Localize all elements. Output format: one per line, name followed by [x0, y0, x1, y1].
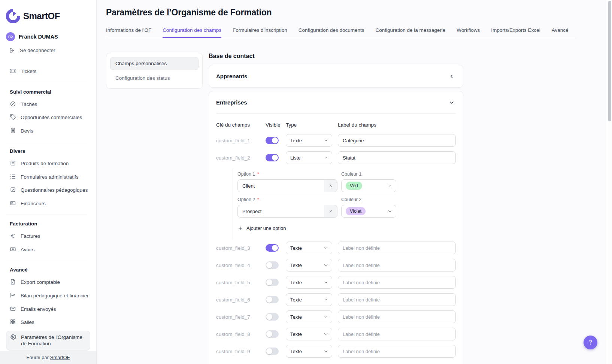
tab-avance[interactable]: Avancé	[552, 27, 569, 38]
label-input[interactable]	[338, 310, 456, 323]
label-input[interactable]	[338, 242, 456, 254]
clear-option-button[interactable]	[324, 179, 337, 192]
visibility-toggle[interactable]	[266, 348, 279, 355]
custom-fields-list: custom_field_1Textecustom_field_2ListeOp…	[216, 134, 456, 358]
sidebar-item-label: Formulaires administratifs	[21, 174, 79, 181]
tab-configuration-des-documents[interactable]: Configuration des documents	[299, 27, 364, 38]
sidebar-item-bilan-pedagogique-et-financier[interactable]: Bilan pédagogique et financier	[0, 289, 96, 303]
accordion-apprenants-header[interactable]: Apprenants	[209, 65, 463, 87]
label-input[interactable]	[338, 134, 456, 147]
type-select[interactable]: Texte	[286, 134, 332, 147]
brand-logo[interactable]: SmartOF	[0, 0, 96, 23]
field-key: custom_field_7	[216, 314, 266, 320]
subnav-item-configuration-des-status[interactable]: Configuration des status	[110, 72, 199, 85]
tab-configuration-de-la-messagerie[interactable]: Configuration de la messagerie	[375, 27, 445, 38]
sidebar-item-factures[interactable]: Factures	[0, 230, 96, 243]
sidebar-item-financeurs[interactable]: Financeurs	[0, 197, 96, 210]
sidebar-item-label: Devis	[21, 128, 33, 134]
tab-formulaires-d-inscription[interactable]: Formulaires d'inscription	[233, 27, 287, 38]
visibility-toggle[interactable]	[266, 296, 279, 303]
label-input[interactable]	[338, 259, 456, 272]
visibility-toggle[interactable]	[266, 330, 279, 338]
label-input[interactable]	[338, 328, 456, 340]
sidebar-item-produits-de-formation[interactable]: Produits de formation	[0, 157, 96, 170]
color-select[interactable]: Vert	[341, 179, 396, 192]
visibility-toggle[interactable]	[266, 313, 279, 321]
help-button[interactable]: ?	[584, 336, 597, 349]
type-select[interactable]: Texte	[286, 293, 332, 306]
accordion-entreprises-header[interactable]: Entreprises	[209, 91, 463, 113]
chevron-down-icon	[323, 263, 328, 268]
user-name: Franck DUMAS	[19, 34, 58, 40]
logout-label: Se déconnecter	[20, 48, 55, 53]
sidebar-item-formulaires-administratifs[interactable]: Formulaires administratifs	[0, 170, 96, 184]
logout-button[interactable]: Se déconnecter	[0, 47, 96, 54]
label-input[interactable]	[338, 276, 456, 289]
tab-configuration-des-champs[interactable]: Configuration des champs	[163, 27, 221, 38]
scrollbar-thumb[interactable]	[608, 1, 611, 121]
option-label: Option 1 *	[237, 172, 337, 177]
sidebar-item-label: Salles	[21, 319, 34, 326]
sidebar-item-label: Export comptable	[21, 279, 60, 286]
sidebar-item-opportunites-commerciales[interactable]: Opportunités commerciales	[0, 111, 96, 124]
sidebar-item-export-comptable[interactable]: Export comptable	[0, 276, 96, 289]
divider	[6, 215, 87, 215]
required-asterisk: *	[256, 172, 259, 177]
sidebar-item-label: Financeurs	[21, 200, 46, 207]
checkbox-icon	[10, 186, 16, 193]
scrollbar[interactable]	[607, 0, 612, 364]
color-select[interactable]: Violet	[341, 205, 396, 218]
plus-icon	[237, 225, 243, 231]
chart-line-icon	[10, 292, 16, 298]
chevron-down-icon	[323, 297, 328, 302]
col-header-label: Label du champs	[338, 122, 456, 128]
tab-workflows[interactable]: Workflows	[457, 27, 480, 38]
type-select[interactable]: Texte	[286, 345, 332, 358]
brand-name: SmartOF	[23, 11, 60, 21]
visibility-toggle[interactable]	[266, 154, 279, 161]
type-select[interactable]: Texte	[286, 276, 332, 289]
label-input[interactable]	[338, 151, 456, 164]
sidebar-item-salles[interactable]: Salles	[0, 316, 96, 329]
visibility-toggle[interactable]	[266, 137, 279, 144]
label-input[interactable]	[338, 345, 456, 358]
sidebar-item-devis[interactable]: Devis	[0, 124, 96, 138]
type-select[interactable]: Liste	[286, 151, 332, 164]
type-select[interactable]: Texte	[286, 310, 332, 323]
footer-brand-link[interactable]: SmartOF	[50, 355, 70, 360]
sidebar-nav: TicketsSuivi commercialTâchesOpportunité…	[0, 65, 96, 351]
type-select[interactable]: Texte	[286, 242, 332, 254]
option-value-input[interactable]	[237, 205, 324, 218]
document-lines-icon	[10, 127, 16, 134]
custom-field-row: custom_field_6Texte	[216, 293, 456, 306]
chevron-down-icon	[387, 183, 393, 188]
sidebar-item-avoirs[interactable]: Avoirs	[0, 243, 96, 257]
type-select[interactable]: Texte	[286, 328, 332, 340]
custom-field-row: custom_field_7Texte	[216, 310, 456, 323]
label-input[interactable]	[338, 293, 456, 306]
sidebar-item-parametres-de-l-organisme-de-formation[interactable]: Paramètres de l'Organisme de Formation	[6, 331, 90, 351]
sidebar-item-questionnaires-pedagogiques[interactable]: Questionnaires pédagogiques	[0, 183, 96, 197]
visibility-toggle[interactable]	[266, 261, 279, 269]
gear-icon	[10, 334, 16, 340]
tab-informations-de-l-of[interactable]: Informations de l'OF	[106, 27, 151, 38]
custom-field-row: custom_field_9Texte	[216, 345, 456, 358]
tab-imports-exports-excel[interactable]: Imports/Exports Excel	[491, 27, 540, 38]
select-value: Texte	[290, 297, 302, 303]
custom-field-row: custom_field_3Texte	[216, 242, 456, 254]
clear-option-button[interactable]	[324, 205, 337, 218]
custom-field-row: custom_field_2Liste	[216, 151, 456, 164]
option-label: Option 2 *	[237, 197, 337, 202]
type-select[interactable]: Texte	[286, 259, 332, 272]
option-value-input[interactable]	[237, 179, 324, 192]
subnav-item-champs-personnalises[interactable]: Champs personnalisés	[110, 57, 199, 70]
visibility-toggle[interactable]	[266, 244, 279, 252]
sidebar-item-tickets[interactable]: Tickets	[0, 65, 96, 78]
avatar: FD	[6, 32, 15, 41]
grid-icon	[10, 319, 16, 325]
sidebar-item-taches[interactable]: Tâches	[0, 98, 96, 111]
sidebar-item-emails-envoyes[interactable]: Emails envoyés	[0, 303, 96, 316]
add-option-button[interactable]: Ajouter une option	[237, 225, 456, 231]
select-value: Texte	[290, 138, 302, 143]
visibility-toggle[interactable]	[266, 279, 279, 286]
